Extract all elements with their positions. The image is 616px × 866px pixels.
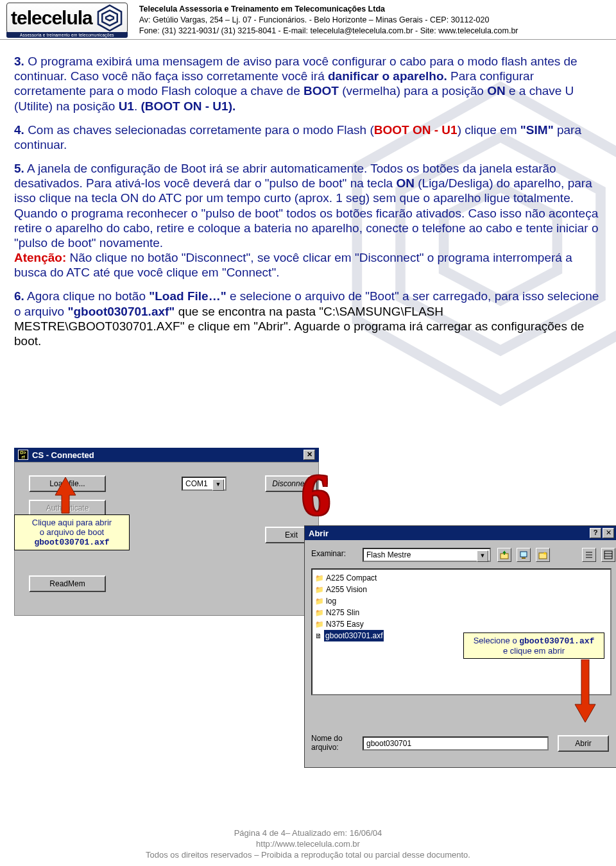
svg-rect-8 [520,552,527,557]
close-icon[interactable]: ✕ [304,450,315,460]
svg-marker-17 [575,659,595,722]
paragraph-4: 4. Com as chaves selecionadas corretamen… [14,123,602,152]
callout-select-file: Selecione o gboot030701.axf e clique em … [463,633,604,659]
arrow-to-abrir-icon [572,659,598,724]
list-view-icon[interactable] [582,548,596,562]
logo-hex-icon [96,4,123,31]
paragraph-5: 5. A janela de configuração de Boot irá … [14,161,602,280]
header-line1: Telecelula Assessoria e Treinamento em T… [139,4,518,15]
callout1-line3: gboot030701.axf [34,538,109,547]
callout1-line1: Clique aqui para abrir [32,518,112,527]
svg-rect-10 [539,553,547,559]
dialog-title-text: Abrir [309,529,329,538]
svg-marker-4 [102,10,117,26]
svg-marker-6 [55,477,76,513]
list-item[interactable]: N375 Easy [315,618,608,630]
help-icon[interactable]: ? [590,528,601,538]
dialog-toolbar [497,548,550,562]
logo-tagline: Assessoria e treinamento em telecomunica… [6,32,128,38]
header-company-info: Telecelula Assessoria e Treinamento em T… [128,4,518,37]
folder-select[interactable]: Flash Mestre [363,548,491,562]
header-line3: Fone: (31) 3221-9031/ (31) 3215-8041 - E… [139,26,518,37]
callout2-file: gboot030701.axf [519,636,594,646]
paragraph-6: 6. Agora clique no botão "Load File…" e … [14,289,602,348]
footer-line1: Página 4 de 4– Atualizado em: 16/06/04 [0,828,616,839]
readmem-button[interactable]: ReadMem [29,575,106,592]
abrir-button[interactable]: Abrir [558,735,609,752]
dialog-view-toolbar [582,548,615,562]
list-item[interactable]: A225 Compact [315,572,608,584]
callout-load-file: Clique aqui para abrir o arquivo de boot… [14,514,130,550]
screenshot-area: D>rf CS - Connected ✕ Load file... Authe… [14,448,604,801]
instructions-content: 3. O programa exibirá uma mensagem de av… [0,40,616,348]
up-folder-icon[interactable] [497,548,511,562]
callout1-line2: o arquivo de boot [40,527,104,537]
callout2-line1: Selecione o [474,636,520,645]
svg-rect-9 [522,557,526,559]
footer-line2: http://www.telecelula.com.br [0,839,616,850]
footer-line3: Todos os direitos reservados – Proibida … [0,850,616,861]
list-item[interactable]: A255 Vision [315,584,608,595]
page-footer: Página 4 de 4– Atualizado em: 16/06/04 h… [0,828,616,861]
dialog-close-icon[interactable]: ✕ [603,528,614,538]
arrow-to-load-icon [53,477,78,516]
detail-view-icon[interactable] [601,548,615,562]
list-item[interactable]: N275 Slin [315,607,608,618]
step-number-6: 6 [302,462,330,528]
logo-text: telecelula [11,7,92,29]
dialog-titlebar: Abrir ? ✕ [305,526,616,540]
header-line2: Av: Getúlio Vargas, 254 – Lj. 07 - Funci… [139,15,518,26]
paragraph-3: 3. O programa exibirá uma mensagem de av… [14,54,602,114]
logo: telecelula [6,3,128,33]
filename-input[interactable]: gboot030701 [363,736,549,751]
page-header: telecelula Assessoria e treinamento em t… [0,0,616,40]
desktop-icon[interactable] [517,548,531,562]
file-list[interactable]: A225 Compact A255 Vision log N275 Slin N… [311,568,612,695]
svg-rect-14 [604,551,612,559]
svg-marker-5 [106,15,114,21]
list-item[interactable]: log [315,595,608,607]
cs-window-title: CS - Connected [32,450,94,460]
examinar-label: Examinar: [311,549,346,558]
cs-window-titlebar: D>rf CS - Connected ✕ [14,448,319,462]
callout2-line2: e clique em abrir [503,646,565,656]
nome-label: Nome do arquivo: [311,734,356,752]
com-port-select[interactable]: COM1 [182,477,227,491]
cs-window-icon: D>rf [18,450,28,460]
new-folder-icon[interactable] [536,548,550,562]
